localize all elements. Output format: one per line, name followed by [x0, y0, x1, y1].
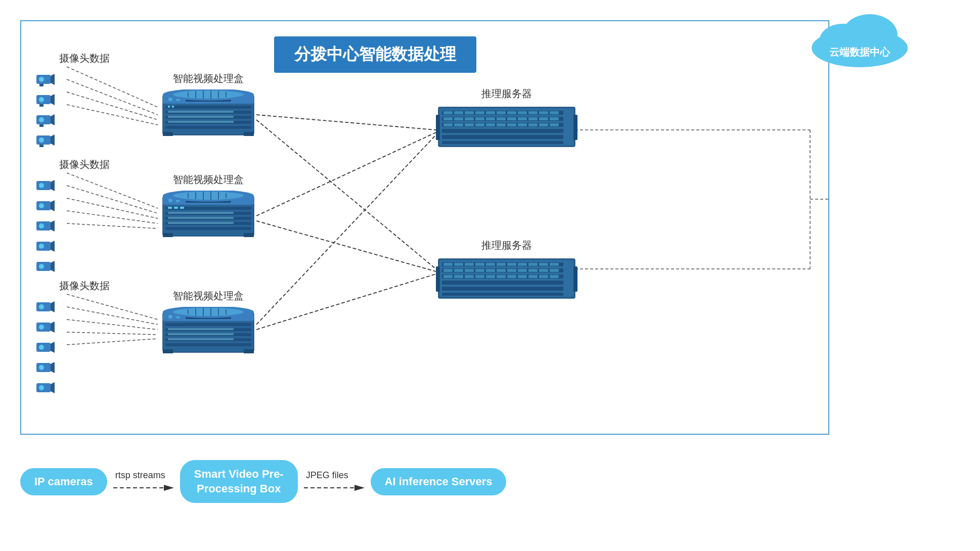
- svg-rect-176: [528, 117, 538, 120]
- inference-label-1: 推理服务器: [436, 87, 577, 101]
- svg-rect-175: [518, 117, 527, 120]
- svg-rect-173: [497, 117, 506, 120]
- svg-rect-114: [168, 222, 234, 224]
- svg-rect-32: [39, 84, 43, 86]
- svg-rect-88: [172, 106, 174, 108]
- svg-rect-40: [39, 124, 43, 127]
- svg-rect-155: [442, 135, 563, 139]
- vpb-label-2: 智能视频处理盒: [158, 173, 259, 187]
- svg-rect-209: [539, 263, 548, 266]
- svg-rect-102: [165, 207, 251, 210]
- jpeg-arrow-container: JPEG files: [304, 470, 365, 493]
- svg-marker-68: [51, 342, 55, 353]
- svg-rect-166: [539, 111, 548, 114]
- svg-rect-213: [465, 269, 474, 272]
- svg-rect-125: [180, 207, 184, 209]
- svg-rect-183: [486, 123, 495, 126]
- svg-rect-190: [436, 115, 440, 140]
- svg-rect-187: [528, 123, 538, 126]
- svg-rect-189: [550, 123, 559, 126]
- cameras-3: [31, 296, 57, 397]
- svg-point-42: [39, 137, 44, 143]
- svg-rect-205: [497, 263, 506, 266]
- svg-rect-234: [573, 266, 577, 292]
- svg-marker-71: [51, 362, 55, 373]
- vpb-2-icon: [158, 191, 259, 241]
- svg-point-52: [39, 223, 44, 228]
- svg-rect-207: [518, 263, 527, 266]
- svg-line-23: [256, 135, 436, 325]
- svg-marker-238: [354, 485, 365, 491]
- connection-lines: [21, 21, 830, 436]
- camera-group-3: 摄像头数据: [31, 279, 110, 399]
- svg-rect-164: [518, 111, 527, 114]
- jpeg-arrow: [304, 483, 365, 493]
- smart-box-pill: Smart Video Pre-Processing Box: [180, 460, 298, 503]
- bottom-legend: IP cameras rtsp streams Smart Video Pre-…: [20, 460, 506, 503]
- cloud-icon: 云端数据中心: [804, 5, 915, 71]
- svg-rect-168: [443, 117, 453, 120]
- svg-rect-221: [550, 269, 559, 272]
- svg-rect-137: [244, 349, 254, 353]
- svg-point-49: [39, 203, 44, 208]
- svg-rect-224: [465, 275, 474, 278]
- svg-rect-178: [550, 117, 559, 120]
- svg-rect-206: [507, 263, 516, 266]
- rtsp-dashed-line: [113, 483, 174, 493]
- svg-rect-215: [486, 269, 495, 272]
- svg-rect-198: [442, 287, 563, 291]
- svg-rect-233: [436, 266, 440, 292]
- svg-rect-169: [454, 117, 463, 120]
- svg-rect-138: [168, 328, 234, 330]
- main-container: 云端数据中心 分拨中心智能数据处理: [20, 20, 890, 506]
- svg-rect-86: [244, 132, 254, 136]
- svg-rect-208: [528, 263, 538, 266]
- ai-servers-pill: AI inference Servers: [371, 468, 507, 495]
- svg-marker-59: [51, 261, 55, 272]
- camera-label-2: 摄像头数据: [59, 158, 110, 171]
- svg-rect-199: [442, 293, 563, 296]
- svg-rect-160: [475, 111, 484, 114]
- svg-marker-53: [51, 220, 55, 232]
- inference-server-2: 推理服务器: [436, 239, 577, 304]
- svg-marker-236: [164, 485, 174, 491]
- svg-rect-106: [165, 227, 251, 230]
- svg-point-116: [173, 192, 244, 200]
- svg-rect-132: [165, 343, 251, 346]
- svg-rect-158: [454, 111, 463, 114]
- svg-point-58: [39, 264, 44, 269]
- svg-point-55: [39, 244, 44, 249]
- svg-point-61: [39, 304, 44, 309]
- svg-rect-181: [465, 123, 474, 126]
- svg-rect-180: [454, 123, 463, 126]
- svg-rect-232: [550, 275, 559, 278]
- svg-rect-36: [39, 104, 43, 107]
- svg-rect-214: [475, 269, 484, 272]
- svg-rect-210: [550, 263, 559, 266]
- svg-rect-139: [168, 333, 234, 335]
- svg-rect-128: [165, 323, 251, 326]
- svg-rect-211: [443, 269, 453, 272]
- svg-rect-197: [442, 281, 563, 285]
- camera-group-2: 摄像头数据: [31, 158, 110, 278]
- svg-rect-231: [539, 275, 548, 278]
- inference-server-1: 推理服务器: [436, 87, 577, 152]
- svg-rect-91: [168, 121, 234, 123]
- svg-rect-200: [443, 263, 453, 266]
- svg-marker-65: [51, 322, 55, 333]
- svg-point-73: [39, 385, 44, 390]
- svg-rect-111: [244, 233, 254, 237]
- svg-rect-203: [475, 263, 484, 266]
- svg-rect-201: [454, 263, 463, 266]
- title-banner: 分拨中心智能数据处理: [274, 36, 476, 73]
- svg-rect-216: [497, 269, 506, 272]
- svg-rect-161: [486, 111, 495, 114]
- svg-marker-74: [51, 382, 55, 393]
- svg-rect-110: [163, 233, 173, 237]
- inference-rack-2: [436, 256, 577, 302]
- svg-rect-81: [165, 126, 251, 129]
- svg-rect-219: [528, 269, 538, 272]
- svg-rect-177: [539, 117, 548, 120]
- svg-rect-44: [39, 145, 43, 147]
- rtsp-arrow: [113, 483, 174, 493]
